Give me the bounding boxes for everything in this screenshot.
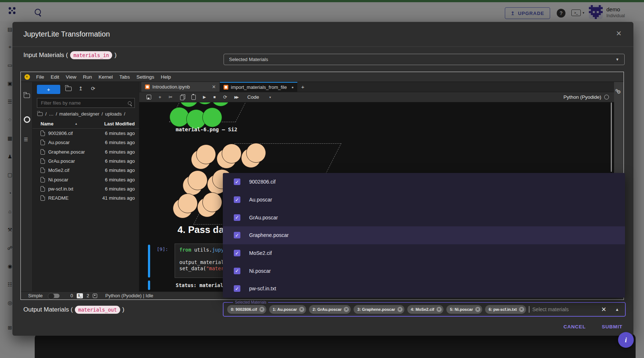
- material-chip[interactable]: 2: GrAu.poscar✕: [309, 305, 351, 314]
- option-ni-poscar[interactable]: ✓Ni.poscar: [223, 262, 625, 280]
- file-list-header[interactable]: Name ▲ Last Modified: [33, 119, 139, 129]
- close-icon[interactable]: ✕: [212, 84, 216, 90]
- menu-help[interactable]: Help: [157, 74, 174, 80]
- breadcrumb[interactable]: / … / materials_designer / uploads /: [37, 111, 125, 117]
- property-inspector-icon[interactable]: ⚙⚙: [615, 88, 620, 95]
- checkbox-checked-icon[interactable]: ✓: [234, 178, 240, 185]
- breadcrumb-uploads[interactable]: uploads: [105, 111, 122, 117]
- option-grau-poscar[interactable]: ✓GrAu.poscar: [223, 208, 625, 226]
- checkbox-checked-icon[interactable]: ✓: [234, 250, 240, 256]
- file-row[interactable]: MoSe2.cif6 minutes ago: [33, 166, 139, 175]
- option-mose2-cif[interactable]: ✓MoSe2.cif: [223, 244, 625, 262]
- cut-icon[interactable]: ✂: [169, 95, 173, 99]
- materials-multiselect[interactable]: Selected Materials 0: 9002806.cif✕ 1: Au…: [223, 302, 626, 317]
- column-name[interactable]: Name: [41, 121, 53, 127]
- kernel-count: 2: [87, 293, 89, 298]
- cancel-button[interactable]: CANCEL: [563, 324, 586, 329]
- menu-tabs[interactable]: Tabs: [116, 74, 133, 80]
- simple-mode-toggle[interactable]: [49, 294, 60, 298]
- running-sessions-icon[interactable]: [24, 116, 30, 123]
- option-graphene-poscar[interactable]: ✓Graphene.poscar: [223, 226, 625, 244]
- peach-atom: [202, 192, 222, 212]
- chip-delete-icon[interactable]: ✕: [519, 307, 524, 312]
- cell-collapser[interactable]: [148, 245, 150, 278]
- upload-icon[interactable]: ↥: [79, 86, 83, 91]
- filter-files-input[interactable]: [40, 100, 128, 106]
- table-of-contents-icon[interactable]: ☰: [24, 137, 28, 142]
- checkbox-checked-icon[interactable]: ✓: [234, 196, 240, 203]
- cell-type-select[interactable]: Code: [247, 94, 259, 100]
- file-row[interactable]: Au.poscar6 minutes ago: [33, 138, 139, 147]
- copy-icon[interactable]: [180, 95, 184, 100]
- checkbox-checked-icon[interactable]: ✓: [234, 232, 240, 238]
- file-row[interactable]: Ni.poscar6 minutes ago: [33, 175, 139, 184]
- chip-delete-icon[interactable]: ✕: [344, 307, 349, 312]
- menu-settings[interactable]: Settings: [133, 74, 157, 80]
- material-chip[interactable]: 3: Graphene.poscar✕: [354, 305, 404, 314]
- save-icon[interactable]: [146, 95, 151, 99]
- scrollbar[interactable]: [611, 102, 612, 172]
- paste-icon[interactable]: [191, 95, 196, 100]
- restart-run-all-icon[interactable]: ▶▶: [235, 95, 238, 99]
- chip-delete-icon[interactable]: ✕: [475, 307, 480, 312]
- chip-delete-icon[interactable]: ✕: [397, 307, 403, 312]
- menu-kernel[interactable]: Kernel: [95, 74, 116, 80]
- caret-up-icon[interactable]: ▲: [615, 307, 619, 312]
- file-row[interactable]: 9002806.cif6 minutes ago: [33, 129, 139, 138]
- chip-delete-icon[interactable]: ✕: [437, 307, 442, 312]
- file-row[interactable]: GrAu.poscar6 minutes ago: [33, 157, 139, 166]
- checkbox-checked-icon[interactable]: ✓: [234, 268, 240, 274]
- file-row[interactable]: Graphene.poscar6 minutes ago: [33, 147, 139, 157]
- column-last-modified[interactable]: Last Modified: [104, 121, 135, 127]
- new-folder-icon[interactable]: [65, 86, 72, 92]
- breadcrumb-ellipsis[interactable]: …: [49, 111, 54, 117]
- stop-icon[interactable]: ■: [213, 95, 216, 99]
- close-icon[interactable]: ✕: [616, 29, 622, 38]
- green-atom: [202, 108, 222, 127]
- option-pw-scf-in-txt[interactable]: ✓pw-scf.in.txt: [223, 280, 625, 298]
- kernel-status-text[interactable]: Python (Pyodide) | Idle: [105, 293, 153, 298]
- material-chip[interactable]: 5: Ni.poscar✕: [446, 305, 482, 314]
- kernel-indicator[interactable]: Python (Pyodide): [563, 94, 609, 100]
- divider: [12, 46, 633, 47]
- file-row[interactable]: pw-scf.in.txt6 minutes ago: [33, 184, 139, 193]
- select-materials-placeholder[interactable]: Select materials: [532, 306, 569, 312]
- chip-delete-icon[interactable]: ✕: [299, 307, 304, 312]
- restart-kernel-icon[interactable]: ⟳: [223, 95, 227, 99]
- output-materials-row: Output Materials ( materials_out ): [23, 304, 124, 316]
- search-icon: [128, 101, 132, 105]
- checkbox-checked-icon[interactable]: ✓: [234, 214, 240, 221]
- add-cell-icon[interactable]: +: [159, 95, 161, 99]
- jupyter-activity-bar: ☰: [21, 82, 33, 291]
- checkbox-checked-icon[interactable]: ✓: [234, 285, 240, 292]
- option-au-poscar[interactable]: ✓Au.poscar: [223, 191, 625, 209]
- selected-materials-dropdown[interactable]: Selected Materials ▼: [224, 54, 625, 65]
- material-chip[interactable]: 0: 9002806.cif✕: [227, 305, 266, 314]
- chip-delete-icon[interactable]: ✕: [259, 307, 264, 312]
- file-browser-tab-icon[interactable]: [24, 93, 30, 99]
- clear-selection-icon[interactable]: ✕: [601, 306, 606, 313]
- run-icon[interactable]: ▶: [203, 95, 206, 99]
- tab-introduction[interactable]: Introduction.ipynb ✕: [141, 82, 220, 92]
- menu-file[interactable]: File: [33, 74, 47, 80]
- unsaved-dot-icon: ●: [291, 85, 294, 89]
- info-fab-button[interactable]: i: [618, 332, 634, 348]
- material-chip[interactable]: 4: MoSe2.cif✕: [407, 305, 443, 314]
- menu-run[interactable]: Run: [80, 74, 95, 80]
- menu-edit[interactable]: Edit: [47, 74, 62, 80]
- menu-view[interactable]: View: [62, 74, 80, 80]
- text-cursor: [529, 306, 530, 313]
- new-launcher-button[interactable]: +: [37, 85, 60, 94]
- submit-button[interactable]: SUBMIT: [602, 324, 622, 329]
- tab-import-materials-from-file[interactable]: import_materials_from_file ●: [220, 82, 297, 92]
- simple-mode-label: Simple: [28, 293, 43, 298]
- option-9002806-cif[interactable]: ✓9002806.cif: [223, 173, 625, 191]
- file-row[interactable]: README41 minutes ago: [33, 193, 139, 203]
- output-collapser[interactable]: [148, 280, 150, 290]
- refresh-icon[interactable]: ⟳: [91, 86, 95, 91]
- material-chip[interactable]: 6: pw-scf.in.txt✕: [485, 305, 526, 314]
- peach-atom: [188, 170, 207, 190]
- add-tab-button[interactable]: +: [297, 82, 308, 92]
- material-chip[interactable]: 1: Au.poscar✕: [269, 305, 306, 314]
- breadcrumb-materials-designer[interactable]: materials_designer: [59, 111, 99, 117]
